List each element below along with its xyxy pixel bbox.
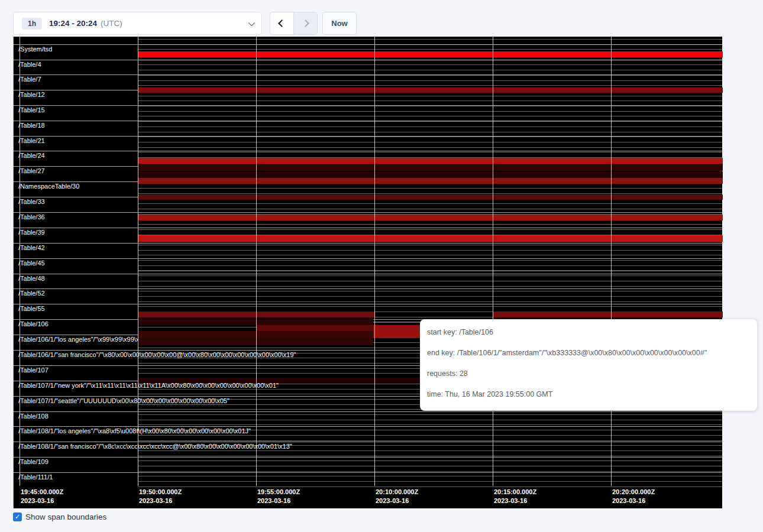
axis-tick-date: 2023-03-16 — [20, 497, 63, 505]
now-button[interactable]: Now — [322, 12, 357, 35]
time-range-select[interactable]: 1h 19:24 - 20:24 (UTC) — [13, 12, 262, 35]
axis-tick-time: 20:20:00.000Z — [611, 488, 655, 497]
show-span-boundaries-label: Show span boundaries — [25, 512, 106, 521]
axis-tick-time: 19:50:00.000Z — [138, 488, 182, 497]
axis-tick: 20:20:00.000Z2023-03-16 — [611, 488, 655, 505]
chevron-down-icon — [248, 19, 255, 25]
axis-tick-date: 2023-03-16 — [611, 497, 655, 505]
axis-tick: 20:10:00.000Z2023-03-16 — [374, 488, 418, 505]
time-gridline — [138, 37, 138, 486]
axis-tick-time: 20:15:00.000Z — [493, 488, 536, 497]
tooltip-requests: requests: 28 — [427, 369, 750, 378]
axis-tick: 19:45:00.000Z2023-03-16 — [20, 488, 63, 505]
tooltip-start-key: start key: /Table/106 — [427, 328, 750, 336]
time-range-text: 19:24 - 20:24 — [49, 19, 97, 28]
time-nav-group — [270, 12, 318, 35]
axis-tick-date: 2023-03-16 — [374, 497, 418, 505]
axis-tick: 19:55:00.000Z2023-03-16 — [256, 488, 300, 505]
tooltip-end-key: end key: /Table/106/1/"amsterdam"/"\xb33… — [427, 349, 750, 357]
key-visualizer-heatmap[interactable]: /System/tsd/Table/4/Table/7/Table/12/Tab… — [13, 37, 722, 508]
time-preset-badge: 1h — [22, 18, 42, 30]
span-tooltip: start key: /Table/106 end key: /Table/10… — [420, 319, 757, 411]
time-gridline — [256, 37, 257, 486]
axis-tick: 19:50:00.000Z2023-03-16 — [138, 488, 182, 505]
axis-tick-time: 19:55:00.000Z — [256, 488, 300, 497]
axis-tick: 20:15:00.000Z2023-03-16 — [493, 488, 536, 505]
next-time-button[interactable] — [293, 12, 317, 34]
timezone-text: (UTC) — [101, 19, 122, 28]
time-gridline — [20, 37, 20, 486]
axis-tick-time: 20:10:00.000Z — [374, 488, 418, 497]
chevron-left-icon — [278, 20, 286, 27]
time-gridlines-layer — [14, 37, 722, 508]
axis-tick-date: 2023-03-16 — [256, 497, 300, 505]
time-gridline — [374, 37, 375, 486]
show-span-boundaries-checkbox[interactable]: ✓ — [13, 512, 22, 521]
time-gridline — [611, 37, 612, 486]
time-gridline — [493, 37, 493, 486]
chevron-right-icon — [302, 20, 309, 27]
axis-tick-time: 19:45:00.000Z — [20, 488, 63, 497]
prev-time-button[interactable] — [270, 12, 293, 34]
axis-tick-date: 2023-03-16 — [493, 497, 536, 505]
axis-tick-date: 2023-03-16 — [138, 497, 182, 505]
tooltip-time: time: Thu, 16 Mar 2023 19:55:00 GMT — [427, 390, 750, 398]
footer-controls: ✓ Show span boundaries — [13, 512, 106, 521]
